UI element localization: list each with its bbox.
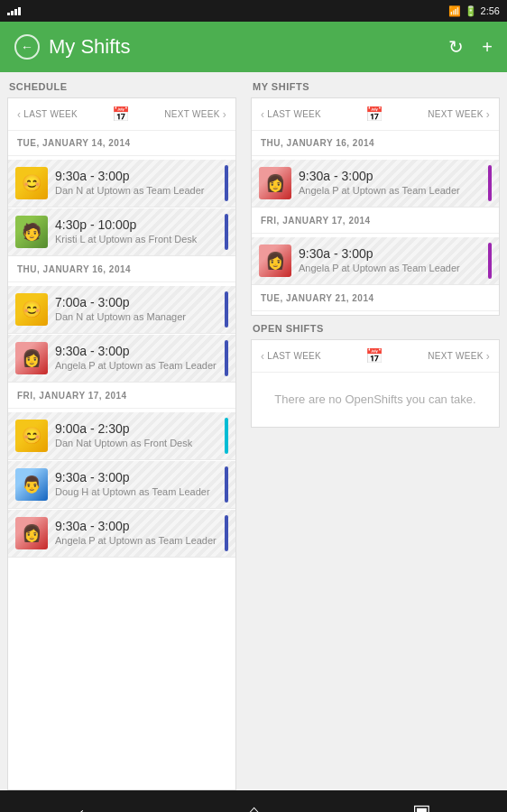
shift-time: 9:30a - 3:00p bbox=[299, 169, 481, 183]
right-panel: MY SHIFTS ‹ LAST WEEK 📅 NEXT WEEK › THU,… bbox=[244, 72, 507, 790]
shift-bar bbox=[225, 466, 228, 503]
time-display: 2:56 bbox=[481, 5, 500, 16]
right-chevron-icon: › bbox=[486, 108, 490, 121]
shift-time: 9:30a - 3:00p bbox=[55, 470, 217, 484]
shift-item[interactable]: 👨 9:30a - 3:00p Doug H at Uptown as Team… bbox=[8, 461, 235, 509]
battery-icon: 🔋 bbox=[465, 5, 477, 17]
shift-detail: Dan N at Uptown as Team Leader bbox=[55, 184, 217, 197]
avatar: 😊 bbox=[15, 420, 48, 452]
shift-item[interactable]: 😊 7:00a - 3:00p Dan N at Uptown as Manag… bbox=[8, 286, 235, 334]
divider bbox=[252, 310, 499, 311]
shift-info: 4:30p - 10:00p Kristi L at Uptown as Fro… bbox=[55, 217, 217, 245]
my-shifts-next-week-label: NEXT WEEK bbox=[428, 109, 483, 119]
shift-detail: Angela P at Uptown as Team Leader bbox=[55, 359, 217, 372]
shift-info: 9:30a - 3:00p Dan N at Uptown as Team Le… bbox=[55, 169, 217, 197]
back-nav-button[interactable]: ← bbox=[76, 800, 96, 812]
shift-item[interactable]: 😊 9:00a - 2:30p Dan Nat Uptown as Front … bbox=[8, 412, 235, 460]
shift-item[interactable]: 👩 9:30a - 3:00p Angela P at Uptown as Te… bbox=[8, 335, 235, 383]
signal-indicator bbox=[7, 7, 21, 15]
open-shifts-last-week-button[interactable]: ‹ LAST WEEK bbox=[261, 350, 321, 363]
back-icon: ← bbox=[21, 40, 33, 54]
schedule-week-nav: ‹ LAST WEEK 📅 NEXT WEEK › bbox=[8, 98, 235, 131]
shift-item[interactable]: 👩 9:30a - 3:00p Angela P at Uptown as Te… bbox=[8, 510, 235, 558]
status-bar: 📶 🔋 2:56 bbox=[0, 0, 507, 22]
my-shifts-day-header-thu: THU, JANUARY 16, 2014 bbox=[252, 131, 499, 152]
shift-item[interactable]: 🧑 4:30p - 10:00p Kristi L at Uptown as F… bbox=[8, 208, 235, 256]
shift-bar bbox=[225, 214, 228, 250]
my-shifts-last-week-label: LAST WEEK bbox=[267, 109, 321, 119]
divider bbox=[252, 233, 499, 234]
page-title: My Shifts bbox=[49, 35, 130, 59]
shift-bar bbox=[225, 165, 228, 201]
shift-time: 9:30a - 3:00p bbox=[55, 519, 217, 533]
shift-info: 9:30a - 3:00p Angela P at Uptown as Team… bbox=[55, 519, 217, 547]
shift-detail: Dan Nat Uptown as Front Desk bbox=[55, 437, 217, 449]
open-shifts-calendar-icon[interactable]: 📅 bbox=[365, 347, 383, 364]
recent-nav-button[interactable]: ▣ bbox=[412, 800, 431, 812]
shift-info: 9:30a - 3:00p Angela P at Uptown as Team… bbox=[299, 169, 481, 197]
my-shifts-box: ‹ LAST WEEK 📅 NEXT WEEK › THU, JANUARY 1… bbox=[251, 97, 500, 316]
refresh-button[interactable]: ↻ bbox=[448, 36, 464, 58]
divider bbox=[8, 155, 235, 156]
my-shift-item[interactable]: 👩 9:30a - 3:00p Angela P at Uptown as Te… bbox=[252, 160, 499, 208]
schedule-last-week-button[interactable]: ‹ LAST WEEK bbox=[17, 108, 78, 121]
shift-info: 9:30a - 3:00p Angela P at Uptown as Team… bbox=[55, 344, 217, 372]
schedule-box: ‹ LAST WEEK 📅 NEXT WEEK › TUE, JANUARY 1… bbox=[7, 97, 236, 790]
my-shifts-calendar-icon[interactable]: 📅 bbox=[365, 106, 383, 123]
back-circle-button[interactable]: ← bbox=[14, 34, 40, 60]
left-chevron-icon: ‹ bbox=[261, 108, 264, 121]
right-chevron-icon: › bbox=[223, 108, 226, 121]
shift-info: 9:00a - 2:30p Dan Nat Uptown as Front De… bbox=[55, 421, 217, 449]
schedule-next-week-button[interactable]: NEXT WEEK › bbox=[164, 108, 226, 121]
shift-time: 4:30p - 10:00p bbox=[55, 217, 217, 232]
open-shifts-next-week-button[interactable]: NEXT WEEK › bbox=[428, 350, 490, 363]
header-actions: ↻ + bbox=[448, 36, 493, 58]
my-shifts-day-header-fri: FRI, JANUARY 17, 2014 bbox=[252, 208, 499, 229]
right-chevron-icon: › bbox=[486, 350, 490, 363]
shift-bar bbox=[225, 515, 228, 551]
my-shift-item[interactable]: 👩 9:30a - 3:00p Angela P at Uptown as Te… bbox=[252, 237, 499, 285]
avatar: 👩 bbox=[15, 342, 48, 374]
my-shifts-week-nav: ‹ LAST WEEK 📅 NEXT WEEK › bbox=[252, 98, 499, 131]
shift-time: 9:30a - 3:00p bbox=[299, 246, 481, 261]
avatar: 😊 bbox=[15, 293, 48, 326]
bottom-nav: ← ⌂ ▣ bbox=[0, 790, 507, 812]
main-content: SCHEDULE ‹ LAST WEEK 📅 NEXT WEEK › TUE, … bbox=[0, 72, 507, 790]
open-shifts-empty-message: There are no OpenShifts you can take. bbox=[252, 373, 499, 427]
open-shifts-section: OPEN SHIFTS ‹ LAST WEEK 📅 NEXT WEEK › Th… bbox=[244, 323, 507, 428]
schedule-last-week-label: LAST WEEK bbox=[23, 109, 78, 119]
open-shifts-title: OPEN SHIFTS bbox=[244, 323, 507, 339]
shift-detail: Doug H at Uptown as Team Leader bbox=[55, 485, 217, 498]
avatar: 👩 bbox=[15, 517, 48, 549]
day-header-fri-jan17: FRI, JANUARY 17, 2014 bbox=[8, 383, 235, 404]
shift-detail: Kristi L at Uptown as Front Desk bbox=[55, 233, 217, 245]
header-left: ← My Shifts bbox=[14, 34, 448, 60]
add-button[interactable]: + bbox=[482, 37, 493, 58]
schedule-next-week-label: NEXT WEEK bbox=[164, 109, 219, 119]
my-shifts-next-week-button[interactable]: NEXT WEEK › bbox=[428, 108, 490, 121]
home-nav-button[interactable]: ⌂ bbox=[248, 800, 260, 812]
schedule-calendar-icon[interactable]: 📅 bbox=[112, 106, 130, 123]
open-shifts-last-week-label: LAST WEEK bbox=[267, 351, 321, 361]
shift-time: 9:30a - 3:00p bbox=[55, 344, 217, 358]
open-shifts-box: ‹ LAST WEEK 📅 NEXT WEEK › There are no O… bbox=[251, 339, 500, 428]
day-header-tue-jan14: TUE, JANUARY 14, 2014 bbox=[8, 131, 235, 152]
divider bbox=[8, 281, 235, 282]
signal-bars bbox=[7, 7, 21, 15]
shift-time: 9:30a - 3:00p bbox=[55, 169, 217, 183]
shift-item[interactable]: 😊 9:30a - 3:00p Dan N at Uptown as Team … bbox=[8, 160, 235, 208]
shift-time: 9:00a - 2:30p bbox=[55, 421, 217, 436]
my-shifts-last-week-button[interactable]: ‹ LAST WEEK bbox=[261, 108, 321, 121]
my-shifts-day-header-tue21: TUE, JANUARY 21, 2014 bbox=[252, 286, 499, 307]
avatar: 👨 bbox=[15, 468, 48, 501]
left-chevron-icon: ‹ bbox=[261, 350, 264, 363]
shift-bar bbox=[225, 291, 228, 328]
shift-time: 7:00a - 3:00p bbox=[55, 295, 217, 309]
wifi-icon: 📶 bbox=[448, 5, 461, 17]
shift-detail: Angela P at Uptown as Team Leader bbox=[299, 184, 481, 197]
shift-detail: Angela P at Uptown as Team Leader bbox=[299, 262, 481, 274]
shift-detail: Dan N at Uptown as Manager bbox=[55, 310, 217, 323]
signal-bar-3 bbox=[14, 9, 17, 15]
my-shifts-section: MY SHIFTS ‹ LAST WEEK 📅 NEXT WEEK › THU,… bbox=[244, 81, 507, 316]
schedule-panel: SCHEDULE ‹ LAST WEEK 📅 NEXT WEEK › TUE, … bbox=[0, 72, 244, 790]
